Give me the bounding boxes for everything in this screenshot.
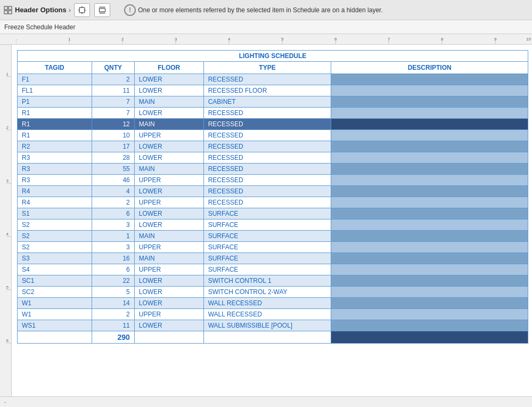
schedule-container[interactable]: LIGHTING SCHEDULE TAGID QNTY FLOOR TYPE …: [12, 45, 532, 396]
cell-floor: UPPER: [134, 309, 203, 320]
cell-tagid: S1: [18, 208, 92, 219]
svg-text:7: 7: [388, 37, 390, 42]
cell-description: [331, 96, 528, 108]
cell-qnty: 2: [92, 197, 134, 208]
svg-text:1: 1: [6, 72, 9, 77]
cell-floor: MAIN: [134, 119, 203, 130]
table-row[interactable]: F12LOWERRECESSED: [18, 74, 528, 85]
cell-type: WALL RECESSED: [203, 298, 331, 309]
table-row[interactable]: R217LOWERRECESSED: [18, 141, 528, 152]
cell-tagid: R2: [18, 141, 92, 152]
cell-floor: UPPER: [134, 130, 203, 141]
cell-floor: LOWER: [134, 141, 203, 152]
cell-type: RECESSED: [203, 175, 331, 186]
col-header-type: TYPE: [203, 62, 331, 74]
table-row[interactable]: S21MAINSURFACE: [18, 231, 528, 242]
cell-qnty: 10: [92, 130, 134, 141]
cell-qnty: 28: [92, 152, 134, 164]
fit-all-button[interactable]: [94, 3, 110, 17]
cell-type: RECESSED: [203, 152, 331, 164]
cell-floor: LOWER: [134, 108, 203, 119]
table-row[interactable]: W12UPPERWALL RECESSED: [18, 309, 528, 320]
table-row[interactable]: S46UPPERSURFACE: [18, 264, 528, 275]
table-row[interactable]: S16LOWERSURFACE: [18, 208, 528, 219]
col-header-tagid: TAGID: [18, 62, 92, 74]
table-row[interactable]: R346UPPERRECESSED: [18, 175, 528, 186]
table-row[interactable]: R355MAINRECESSED: [18, 164, 528, 175]
svg-text:9: 9: [494, 37, 497, 42]
fit-to-selection-button[interactable]: [74, 3, 90, 17]
cell-description: [331, 320, 528, 331]
cell-type: RECESSED: [203, 164, 331, 175]
svg-text:6: 6: [6, 338, 9, 343]
cell-tagid: WS1: [18, 320, 92, 331]
cell-description: [331, 219, 528, 231]
cell-type: SURFACE: [203, 219, 331, 231]
svg-text:4: 4: [6, 232, 9, 237]
cell-description: [331, 164, 528, 175]
cell-description: [331, 309, 528, 320]
table-row[interactable]: S316MAINSURFACE: [18, 253, 528, 264]
cell-qnty: 7: [92, 96, 134, 108]
footer-type: [203, 331, 331, 344]
cell-type: RECESSED FLOOR: [203, 85, 331, 96]
freeze-schedule-header-label: Freeze Schedule Header: [4, 23, 75, 31]
cell-tagid: R3: [18, 164, 92, 175]
cell-description: [331, 74, 528, 85]
horizontal-ruler: · 1 2 3 4 5 6 7 8 9 10: [0, 34, 532, 45]
col-header-desc: DESCRIPTION: [331, 62, 528, 74]
svg-text:8: 8: [441, 37, 444, 42]
footer-tagid: [18, 331, 92, 344]
table-row[interactable]: FL111LOWERRECESSED FLOOR: [18, 85, 528, 96]
cell-floor: MAIN: [134, 231, 203, 242]
cell-qnty: 6: [92, 208, 134, 219]
cell-description: [331, 253, 528, 264]
cell-description: [331, 130, 528, 141]
table-row[interactable]: SC122LOWERSWITCH CONTROL 1: [18, 275, 528, 287]
table-row[interactable]: R112MAINRECESSED: [18, 119, 528, 130]
cell-description: [331, 275, 528, 287]
table-row[interactable]: S23LOWERSURFACE: [18, 219, 528, 231]
table-row[interactable]: R42UPPERRECESSED: [18, 197, 528, 208]
cell-tagid: S2: [18, 219, 92, 231]
cell-type: RECESSED: [203, 197, 331, 208]
cell-type: RECESSED: [203, 130, 331, 141]
breadcrumb-arrow: ›: [69, 6, 71, 14]
table-row[interactable]: W114LOWERWALL RECESSED: [18, 298, 528, 309]
cell-qnty: 46: [92, 175, 134, 186]
cell-tagid: R1: [18, 108, 92, 119]
table-row[interactable]: R44LOWERRECESSED: [18, 186, 528, 197]
table-row[interactable]: R17LOWERRECESSED: [18, 108, 528, 119]
cell-type: WALL RECESSED: [203, 309, 331, 320]
cell-qnty: 7: [92, 108, 134, 119]
table-row[interactable]: R110UPPERRECESSED: [18, 130, 528, 141]
table-row[interactable]: WS111LOWERWALL SUBMISSIBLE [POOL]: [18, 320, 528, 331]
vertical-ruler: 1 2 3 4 5 6: [0, 45, 12, 396]
cell-type: SWITCH CONTROL 2-WAY: [203, 287, 331, 298]
cell-floor: MAIN: [134, 96, 203, 108]
warning-icon: !: [124, 4, 136, 16]
svg-rect-9: [100, 8, 105, 11]
cell-qnty: 2: [92, 74, 134, 85]
table-row[interactable]: P17MAINCABINET: [18, 96, 528, 108]
table-row[interactable]: R328LOWERRECESSED: [18, 152, 528, 164]
cell-floor: UPPER: [134, 175, 203, 186]
cell-type: RECESSED: [203, 119, 331, 130]
svg-text:·: ·: [17, 37, 18, 42]
svg-text:2: 2: [6, 125, 9, 130]
cell-floor: LOWER: [134, 74, 203, 85]
cell-description: [331, 264, 528, 275]
cell-floor: LOWER: [134, 320, 203, 331]
cell-qnty: 16: [92, 253, 134, 264]
table-row[interactable]: SC25LOWERSWITCH CONTROL 2-WAY: [18, 287, 528, 298]
cell-floor: UPPER: [134, 264, 203, 275]
cell-tagid: P1: [18, 96, 92, 108]
cell-qnty: 5: [92, 287, 134, 298]
cell-type: RECESSED: [203, 108, 331, 119]
cell-qnty: 1: [92, 231, 134, 242]
cell-description: [331, 141, 528, 152]
table-row[interactable]: S23UPPERSURFACE: [18, 242, 528, 253]
cell-type: SURFACE: [203, 253, 331, 264]
svg-text:5: 5: [6, 285, 9, 290]
svg-text:3: 3: [6, 178, 9, 183]
